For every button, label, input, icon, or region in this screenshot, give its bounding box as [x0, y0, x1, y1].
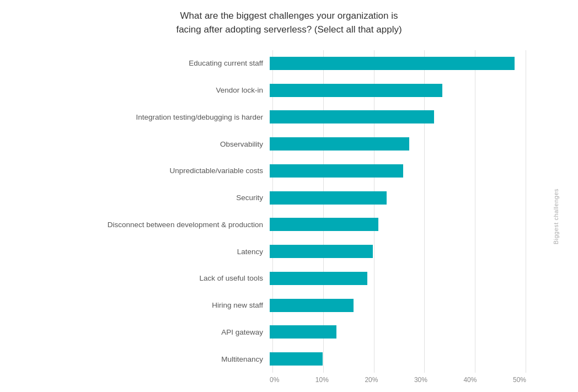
bar-track — [270, 164, 548, 178]
bar-label: Lack of useful tools — [19, 274, 270, 282]
chart-title: What are the biggest challenges your org… — [176, 9, 402, 37]
bar-fill — [270, 352, 323, 366]
bar-label: Disconnect between development & product… — [19, 221, 270, 229]
bar-label: Unpredictable/variable costs — [19, 167, 270, 175]
chart-container: What are the biggest challenges your org… — [19, 9, 559, 384]
bar-row: Integration testing/debugging is harder — [19, 104, 548, 131]
bar-row: Multitenancy — [19, 346, 548, 373]
bar-row: API gateway — [19, 319, 548, 346]
bar-fill — [270, 218, 378, 231]
bar-label: Observability — [19, 140, 270, 148]
bars-area: Educating current staffVendor lock-inInt… — [19, 50, 548, 373]
bar-row: Vendor lock-in — [19, 77, 548, 104]
bar-label: API gateway — [19, 328, 270, 336]
bar-track — [270, 299, 548, 312]
bar-label: Vendor lock-in — [19, 86, 270, 94]
bar-row: Latency — [19, 238, 548, 265]
bar-label: Security — [19, 194, 270, 202]
x-tick: 20% — [365, 376, 378, 384]
bar-track — [270, 325, 548, 339]
title-line2: facing after adopting serverless? (Selec… — [176, 24, 402, 35]
bar-fill — [270, 57, 515, 70]
bar-fill — [270, 299, 354, 312]
bar-track — [270, 84, 548, 97]
bar-fill — [270, 272, 367, 285]
bar-row: Security — [19, 184, 548, 211]
bar-row: Hiring new staff — [19, 292, 548, 319]
bar-row: Disconnect between development & product… — [19, 211, 548, 238]
chart-body: Educating current staffVendor lock-inInt… — [19, 50, 559, 384]
bar-label: Latency — [19, 248, 270, 256]
side-label: Biggest challenges — [553, 189, 559, 244]
bar-track — [270, 191, 548, 205]
x-tick: 30% — [414, 376, 427, 384]
x-tick: 0% — [270, 376, 279, 384]
bar-row: Observability — [19, 131, 548, 158]
bar-label: Educating current staff — [19, 59, 270, 67]
bar-fill — [270, 245, 373, 258]
bar-track — [270, 110, 548, 123]
bar-fill — [270, 137, 409, 151]
x-tick: 40% — [463, 376, 477, 384]
bar-track — [270, 272, 548, 285]
bar-row: Unpredictable/variable costs — [19, 158, 548, 185]
bar-row: Educating current staff — [19, 50, 548, 77]
bar-label: Integration testing/debugging is harder — [19, 113, 270, 121]
x-tick: 10% — [315, 376, 329, 384]
bar-label: Hiring new staff — [19, 301, 270, 309]
bar-label: Multitenancy — [19, 355, 270, 363]
bar-fill — [270, 84, 442, 97]
bar-fill — [270, 164, 403, 178]
bar-fill — [270, 191, 387, 205]
bar-track — [270, 245, 548, 258]
bar-row: Lack of useful tools — [19, 265, 548, 292]
bar-track — [270, 218, 548, 231]
bar-fill — [270, 110, 434, 123]
bar-track — [270, 352, 548, 366]
x-tick: 50% — [513, 376, 526, 384]
bar-track — [270, 137, 548, 151]
bar-fill — [270, 325, 336, 339]
title-line1: What are the biggest challenges your org… — [180, 10, 398, 21]
chart-inner: Educating current staffVendor lock-inInt… — [19, 50, 548, 384]
x-axis: 0%10%20%30%40%50% — [270, 373, 526, 384]
bar-track — [270, 57, 548, 70]
